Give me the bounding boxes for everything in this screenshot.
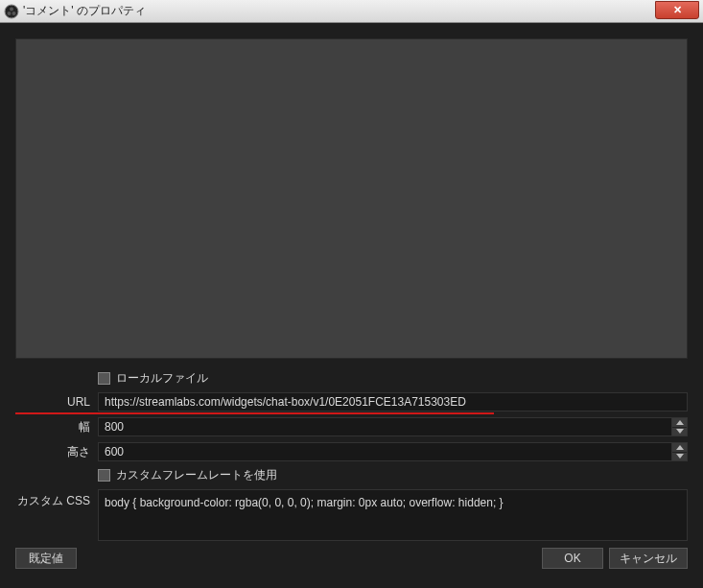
width-spin-down[interactable] xyxy=(672,428,687,436)
svg-point-3 xyxy=(12,12,16,15)
width-input[interactable] xyxy=(98,417,672,436)
custom-framerate-label: カスタムフレームレートを使用 xyxy=(116,467,277,483)
chevron-up-icon xyxy=(676,445,684,450)
ok-button[interactable]: OK xyxy=(542,548,603,569)
custom-framerate-checkbox[interactable] xyxy=(98,469,110,482)
window-title: 'コメント' のプロパティ xyxy=(23,3,146,19)
svg-point-0 xyxy=(5,5,18,18)
height-spin-down[interactable] xyxy=(672,453,687,461)
defaults-button[interactable]: 既定値 xyxy=(15,548,77,569)
svg-marker-5 xyxy=(676,429,684,434)
height-label: 高さ xyxy=(15,444,98,460)
chevron-down-icon xyxy=(676,429,684,434)
width-spin-up[interactable] xyxy=(672,418,687,428)
obs-icon xyxy=(4,4,19,19)
custom-css-textarea[interactable] xyxy=(98,489,688,541)
local-file-checkbox[interactable] xyxy=(98,372,110,385)
close-icon: ✕ xyxy=(673,4,682,15)
chevron-up-icon xyxy=(676,420,684,425)
width-label: 幅 xyxy=(15,419,98,435)
cancel-button[interactable]: キャンセル xyxy=(609,548,688,569)
title-bar: 'コメント' のプロパティ ✕ xyxy=(0,0,703,23)
svg-marker-4 xyxy=(676,420,684,425)
url-input[interactable] xyxy=(98,392,688,412)
preview-area xyxy=(15,38,688,359)
close-button[interactable]: ✕ xyxy=(655,1,699,19)
local-file-label: ローカルファイル xyxy=(116,370,208,387)
svg-marker-7 xyxy=(676,454,684,459)
height-input[interactable] xyxy=(98,442,672,461)
height-spin-up[interactable] xyxy=(672,443,687,453)
svg-point-1 xyxy=(10,7,13,11)
url-label: URL xyxy=(15,395,98,409)
custom-css-label: カスタム CSS xyxy=(15,489,98,509)
svg-point-2 xyxy=(8,12,12,15)
svg-marker-6 xyxy=(676,445,684,450)
chevron-down-icon xyxy=(676,454,684,459)
